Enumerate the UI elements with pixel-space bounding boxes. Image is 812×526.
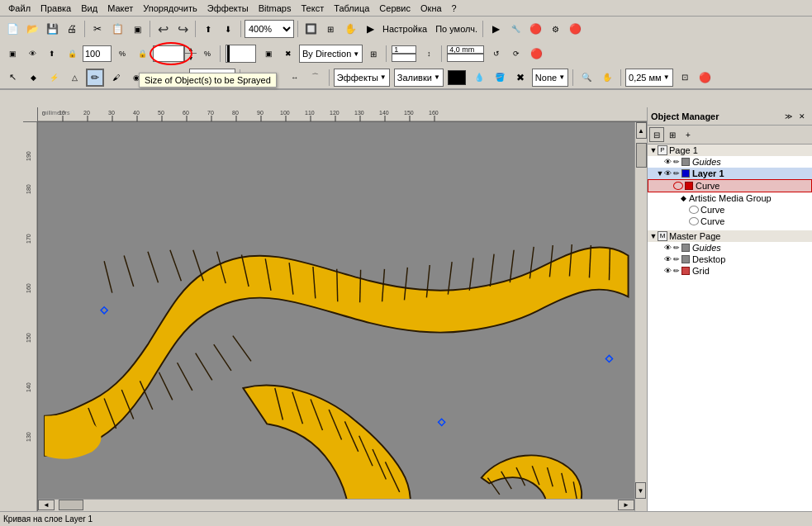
panel-tools: ≫ ✕ [781,110,809,123]
open-button[interactable]: 📂 [23,20,41,38]
save-button[interactable]: 💾 [43,20,61,38]
spray-del-btn[interactable]: ✖ [279,45,297,63]
spray-list-btn[interactable]: ▣ [3,45,21,63]
obj-tb-new-layer[interactable]: + [681,127,696,142]
menu-effects[interactable]: Эффекты [202,2,254,14]
curve-selected-row[interactable]: Curve [648,179,812,192]
snap2-button[interactable]: ⊞ [321,20,340,38]
play2-button[interactable]: ▶ [487,20,505,38]
guides-layer[interactable]: 👁 ✏ Guides [648,156,812,168]
sep12 [572,69,573,86]
print-button[interactable]: 🖨 [63,20,81,38]
node-tool[interactable]: ◆ [24,69,42,87]
zoom-tool[interactable]: 🔍 [577,69,596,87]
panel-close-btn[interactable]: ✕ [795,110,809,123]
scrollbar-horizontal[interactable]: ◄ ► [38,499,634,511]
new-button[interactable]: 📄 [3,20,21,38]
size-unit-btn[interactable]: % [113,45,131,63]
tool-opt1[interactable]: ⊡ [676,69,694,87]
menu-window[interactable]: Окна [415,2,447,14]
paste-button[interactable]: ▣ [128,20,146,38]
grid-row[interactable]: 👁 ✏ Grid [648,265,812,277]
menu-edit[interactable]: Правка [36,2,76,14]
page1-expand[interactable]: ▼ [649,146,658,154]
tool1-button[interactable]: 🔧 [506,20,525,38]
menu-help[interactable]: ? [447,2,462,14]
eyedrop-tool[interactable]: 💧 [470,69,488,87]
none-dropdown[interactable]: None ▼ [532,69,568,87]
menu-bitmaps[interactable]: Bitmaps [254,2,297,14]
redo-button[interactable]: ↪ [173,20,192,38]
panel-expand-btn[interactable]: ≫ [781,110,795,123]
menu-tools[interactable]: Сервис [374,2,415,14]
size-lock2-btn[interactable]: 🔒 [133,45,151,63]
spray-dot-btn[interactable]: 🔴 [527,45,545,63]
spray-rot-btn[interactable]: ↺ [487,45,506,63]
menu-arrange[interactable]: Упорядочить [138,2,202,14]
spray-seq-btn[interactable]: ↕ [420,45,438,63]
num-field1[interactable] [392,45,416,54]
size-dropdown[interactable]: 0,25 мм ▼ [625,69,673,87]
import-button[interactable]: ⬆ [199,20,217,38]
spray-reset-btn[interactable]: ⟳ [507,45,525,63]
menu-table[interactable]: Таблица [329,2,374,14]
svg-text:120: 120 [330,110,340,116]
spray-lock-btn[interactable]: 🔒 [63,45,81,63]
tool3-button[interactable]: ⚙ [546,20,564,38]
shape-tool2[interactable]: △ [65,69,83,87]
spray-size-input[interactable]: 300 [153,45,184,62]
effects-dropdown[interactable]: Эффекты ▼ [334,69,390,87]
spray-sample-btn[interactable]: ▣ [259,45,278,63]
pan-button[interactable]: ✋ [341,20,359,38]
size-input[interactable] [83,45,112,62]
spray-icon1[interactable]: ⊞ [364,45,382,63]
shape-tool4[interactable]: 🖌 [107,69,125,87]
none-btn[interactable]: ✖ [511,69,529,87]
export-button[interactable]: ⬇ [219,20,237,38]
dim-tool[interactable]: ↔ [286,69,304,87]
scrollbar-vertical[interactable]: ▲ ▼ [634,122,647,511]
fills-dropdown[interactable]: Заливки ▼ [394,69,444,87]
curve-row-1[interactable]: Curve [648,204,812,216]
master-expand[interactable]: ▼ [649,232,658,240]
menu-view[interactable]: Вид [76,2,102,14]
connect-tool[interactable]: ⌒ [306,69,325,87]
menu-layout[interactable]: Макет [102,2,138,14]
shape-tool3[interactable]: ✏ [86,69,104,87]
layer1-expand[interactable]: ▼ [656,169,664,178]
layer1-row[interactable]: ▼ 👁 ✏ Layer 1 [648,168,812,179]
mm-field1[interactable] [447,45,484,54]
page1-header[interactable]: ▼ P Page 1 [648,145,812,156]
direction-dropdown[interactable]: By Direction ▼ [299,45,363,63]
master-page-header[interactable]: ▼ M Master Page [648,230,812,242]
spray-settings-btn[interactable]: ⬆ [43,45,61,63]
menu-text[interactable]: Текст [297,2,330,14]
tool2-button[interactable]: 🔴 [526,20,544,38]
mm-field2[interactable] [447,54,484,62]
num-field2[interactable] [392,54,416,62]
canvas-content[interactable] [38,122,647,511]
cut-button[interactable]: ✂ [88,20,107,38]
hand-tool[interactable]: ✋ [598,69,616,87]
artistic-media-row[interactable]: ◆ Artistic Media Group [648,192,812,204]
master-guides-row[interactable]: 👁 ✏ Guides [648,242,812,254]
obj-tb-all[interactable]: ⊞ [665,127,680,142]
curve-row-2[interactable]: Curve [648,216,812,227]
select-tool[interactable]: ↖ [3,69,21,87]
shape-tool1[interactable]: ⚡ [45,69,63,87]
snap-button[interactable]: 🔲 [302,20,320,38]
desktop-row[interactable]: 👁 ✏ Desktop [648,254,812,265]
obj-tb-layers[interactable]: ⊟ [649,127,664,142]
play-button[interactable]: ▶ [361,20,379,38]
panel-header: Object Manager ≫ ✕ [648,107,812,126]
menu-file[interactable]: Файл [3,2,36,14]
tool4-button[interactable]: 🔴 [566,20,584,38]
fill-tool[interactable]: 🪣 [491,69,509,87]
spray-add-btn[interactable]: 👁 [23,45,41,63]
undo-button[interactable]: ↩ [154,20,172,38]
copy-button[interactable]: 📋 [108,20,126,38]
spray-pct-btn[interactable]: % [198,45,216,63]
tool-opt2[interactable]: 🔴 [696,69,715,87]
zoom-select[interactable]: 400% [245,20,294,38]
color-swatch[interactable] [448,70,466,85]
